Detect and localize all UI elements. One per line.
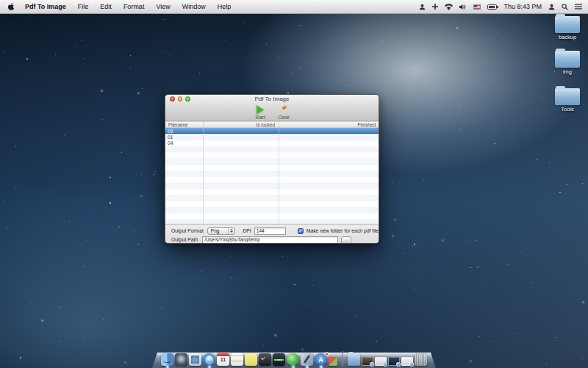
notification-badge (325, 352, 329, 356)
dock-safari[interactable] (203, 353, 215, 366)
dock-terminal[interactable] (259, 353, 271, 366)
star (546, 364, 547, 364)
table-row-01[interactable]: 01 (165, 134, 379, 140)
make-folder-checkbox[interactable]: ✓ (298, 228, 304, 234)
menu-window[interactable]: Window (176, 0, 212, 13)
star (20, 357, 21, 358)
star (392, 183, 392, 183)
fan-icon[interactable] (432, 4, 438, 10)
title-bar[interactable]: Pdf To Image (165, 95, 379, 103)
star (103, 319, 104, 319)
table-row-empty[interactable] (165, 183, 379, 188)
column-is-locked[interactable]: Is locked (203, 122, 279, 127)
table-row-empty[interactable] (165, 201, 379, 207)
user-icon[interactable] (548, 4, 555, 10)
table-row-empty[interactable] (165, 195, 379, 201)
dock-app-store[interactable]: A (315, 353, 327, 366)
menu-clock[interactable]: Thu 8:43 PM (503, 3, 542, 10)
column-finished[interactable]: Finished (279, 122, 379, 127)
apple-menu-icon[interactable] (6, 0, 19, 13)
dock-minimized-window-2[interactable] (375, 357, 387, 367)
app-badge-icon (396, 362, 401, 367)
volume-icon[interactable] (459, 4, 467, 10)
status-icons (419, 4, 497, 10)
star (494, 143, 495, 144)
star (125, 362, 126, 363)
table-row-empty[interactable] (165, 213, 379, 219)
star (83, 339, 84, 339)
zoom-button[interactable] (185, 96, 190, 102)
dpi-input[interactable] (254, 227, 286, 235)
table-row-02[interactable]: 02 (165, 128, 379, 134)
menu-view[interactable]: View (150, 0, 176, 13)
table-header[interactable]: Filename Is locked Finished (165, 121, 379, 128)
dock-pdf-to-image[interactable] (287, 353, 299, 366)
dock-helper-app[interactable] (329, 357, 337, 366)
dock-downloads-folder[interactable] (348, 353, 360, 366)
dock-launchpad[interactable] (175, 353, 187, 366)
star (549, 162, 550, 163)
star (556, 337, 556, 338)
menu-help[interactable]: Help (212, 0, 237, 13)
dock-minimized-window-4[interactable] (401, 357, 413, 367)
dock-calendar[interactable]: 11 (217, 353, 229, 366)
input-flag-icon[interactable] (473, 4, 481, 10)
minimize-button[interactable] (178, 96, 183, 102)
notification-center-icon[interactable] (575, 4, 582, 10)
star (266, 44, 267, 45)
star (291, 73, 292, 74)
star (537, 159, 537, 160)
menu-bar-right: Thu 8:43 PM (412, 0, 582, 13)
star (279, 57, 279, 58)
star (518, 333, 519, 333)
dock-finder[interactable] (161, 353, 173, 366)
output-format-select[interactable]: Png (207, 227, 236, 235)
folder-label: backup (553, 34, 582, 40)
dock-activity-monitor[interactable] (273, 353, 285, 366)
battery-icon[interactable] (487, 4, 497, 10)
menu-edit[interactable]: Edit (94, 0, 118, 13)
table-row-empty[interactable] (165, 189, 379, 195)
table-row-empty[interactable] (165, 165, 379, 171)
menu-file[interactable]: File (72, 0, 95, 13)
column-filename[interactable]: Filename (165, 122, 203, 127)
star (155, 171, 156, 172)
close-button[interactable] (170, 96, 175, 102)
browse-button[interactable]: ... (341, 236, 351, 244)
start-button[interactable]: Start (251, 105, 269, 120)
table-row-empty[interactable] (165, 158, 379, 164)
star (3, 52, 4, 53)
dock-trash[interactable] (415, 353, 427, 366)
star (29, 78, 29, 79)
desktop-folder-img[interactable]: img (553, 48, 582, 75)
output-path-input[interactable] (202, 236, 338, 244)
dock-xcode[interactable] (301, 353, 313, 366)
window-chrome: Pdf To Image Start Clear (165, 95, 379, 121)
star (376, 341, 377, 342)
star (201, 244, 201, 245)
dock-notes[interactable] (231, 353, 243, 366)
dock-minimized-window-1[interactable] (362, 357, 373, 367)
app-menu-title[interactable]: Pdf To Image (19, 0, 72, 13)
dock-mail[interactable] (189, 353, 201, 366)
table-row-empty[interactable] (165, 177, 379, 183)
table-row-empty[interactable] (165, 152, 379, 158)
dock-minimized-window-3[interactable] (388, 357, 400, 367)
dock-stickies[interactable] (245, 353, 257, 366)
menu-format[interactable]: Format (118, 0, 151, 13)
wifi-icon[interactable] (445, 4, 453, 10)
table-row-empty[interactable] (165, 207, 379, 213)
desktop-folder-tools[interactable]: Tools (553, 85, 582, 113)
table-row-empty[interactable] (165, 146, 379, 152)
spotlight-icon[interactable] (562, 4, 568, 10)
cell-filename: 04 (165, 141, 173, 146)
star (153, 174, 154, 175)
star (51, 101, 51, 102)
table-row-04[interactable]: 04 (165, 141, 379, 146)
star (442, 240, 443, 241)
table-row-empty[interactable] (165, 171, 379, 177)
desktop-folder-backup[interactable]: backup (553, 13, 582, 40)
clear-button[interactable]: Clear (275, 105, 293, 120)
dock: 11A (152, 350, 436, 368)
user-silhouette-icon[interactable] (419, 4, 426, 10)
